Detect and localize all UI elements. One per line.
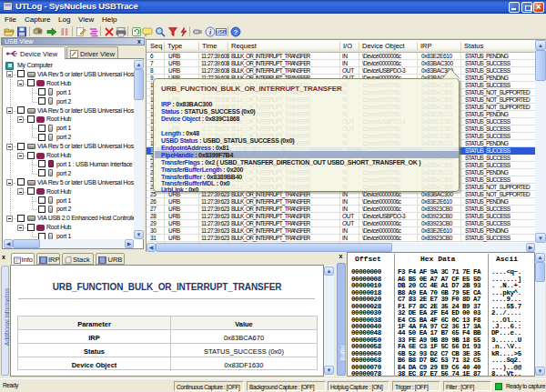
svg-text:USB: USB: [216, 29, 227, 35]
svg-text:?: ?: [234, 28, 238, 36]
